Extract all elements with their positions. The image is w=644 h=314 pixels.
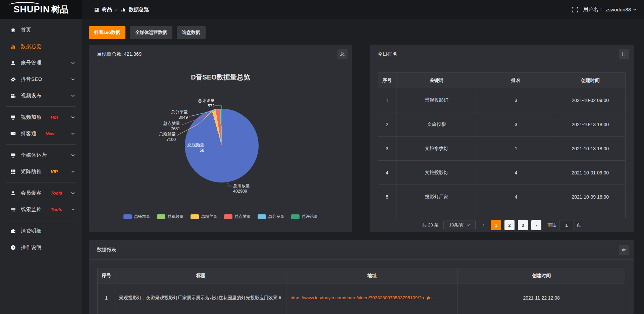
legend-item-videos[interactable]: 总视频量 [157,214,184,219]
sidebar-item-label: 账号管理 [21,60,42,66]
page-button-1[interactable]: 1 [491,220,501,230]
pagination: 共 23 条 10条/页 ‹ 1 2 3 › 前往 页 [370,220,634,230]
legend-swatch [291,214,300,219]
bar-chart-icon [10,44,16,49]
table-cell: 文旅投影灯 [396,161,477,185]
day-toggle-button[interactable]: 日 [619,49,629,59]
prev-page-button[interactable]: ‹ [479,220,488,230]
ranking-row-empty [378,209,626,218]
sidebar: 首页 数据总览 账号管理 抖音SEO 视频发布 视频加热 Hot [0,19,82,314]
table-cell: 2021-10-09 18:00 [555,185,626,209]
column-header-created: 创建时间 [555,73,626,88]
chevron-down-icon [71,116,75,118]
sidebar-item-lead-monitor[interactable]: 线索监控 Tools [0,201,82,218]
goto-page-input[interactable] [559,220,574,230]
sidebar-item-matrix-boost[interactable]: 矩阵助推 VIP [0,163,82,180]
video-camera-icon [10,93,16,99]
fullscreen-icon[interactable] [571,6,579,13]
column-header-url: 地址 [286,268,458,283]
sidebar-item-douketong[interactable]: 抖客通 New [0,125,82,142]
chevron-down-icon [71,95,75,97]
chevron-down-icon [71,133,75,135]
sidebar-item-video-heat[interactable]: 视频加热 Hot [0,109,82,125]
breadcrumb-root[interactable]: 树品 [102,6,112,13]
legend-item-shares[interactable]: 总分享量 [258,214,284,219]
tab-inquiry-data[interactable]: 询盘数据 [177,26,206,39]
pie-leader-lines [89,64,352,232]
table-cell: 4 [477,185,555,209]
chevron-down-icon [71,208,75,211]
chevron-down-icon [633,8,637,11]
topbar: SHUPIN 树品 树品 > 数据总览 用户名：zswodun88 [0,0,644,19]
next-page-button[interactable]: › [531,220,541,230]
breadcrumb: 树品 > 数据总览 [94,6,149,13]
new-badge: New [46,131,55,136]
sidebar-item-label: 数据总览 [21,43,42,50]
user-icon [10,60,16,66]
table-cell: 2 [378,112,396,137]
table-cell: 景观投影灯 [396,88,477,112]
legend-item-comments[interactable]: 总评论量 [291,214,318,219]
total-toggle-button[interactable]: 总 [337,49,347,59]
table-cell: 2021-10-01 09:00 [555,161,626,185]
sidebar-item-video-publish[interactable]: 视频发布 [0,88,82,104]
gear-icon [10,77,16,82]
report-panel-title: 数据报表 [97,247,116,253]
table-cell: 5 [378,185,396,209]
sidebar-divider [6,220,76,220]
page-button-2[interactable]: 2 [504,220,515,230]
home-icon [10,28,16,33]
ranking-panel-title: 今日排名 [378,51,397,57]
sidebar-item-account[interactable]: 账号管理 [0,55,82,71]
page-size-select[interactable]: 10条/页 [443,220,476,230]
legend-item-fans[interactable]: 总粉丝量 [191,214,217,219]
impressions-total-text: 展现量总数: 421,369 [97,51,142,57]
chat-bubble-icon [10,131,16,137]
sidebar-item-member-explosion[interactable]: 会员爆客 Tools [0,185,82,201]
tab-media-operation-data[interactable]: 全媒体运营数据 [130,26,172,39]
ranking-row: 3文旅水纹灯12021-10-13 18:00 [378,137,626,161]
chevron-down-icon [71,62,75,64]
page-button-3[interactable]: 3 [518,220,528,230]
chevron-down-icon [71,170,75,173]
sidebar-item-home[interactable]: 首页 [0,22,82,38]
column-header-keyword: 关键词 [396,73,477,88]
sidebar-divider [6,182,76,182]
legend-item-likes[interactable]: 总点赞量 [224,214,251,219]
table-toggle-button[interactable]: 表 [619,245,629,255]
user-dropdown[interactable]: 用户名：zswodun88 [583,6,637,13]
table-cell: 3 [477,88,555,112]
report-panel-header: 数据报表 表 [89,240,634,260]
sidebar-item-label: 抖客通 [21,130,37,137]
pie-chart-area: D音SEO数据量总览 总评论量572 总分享量3049 总点赞量7681 总粉丝… [89,64,352,232]
pie-label-fans: 总粉丝量7100 [149,132,176,142]
chevron-down-icon [71,154,75,156]
app-root: SHUPIN 树品 树品 > 数据总览 用户名：zswodun88 首页 [0,0,644,314]
sidebar-item-douyin-seo[interactable]: 抖音SEO [0,71,82,88]
sidebar-item-media-operation[interactable]: 全媒体运营 [0,147,82,163]
wallet-icon [10,228,16,234]
breadcrumb-separator: > [115,7,118,12]
sidebar-item-label: 消费明细 [21,228,42,234]
main-content: 抖音seo数据 全媒体运营数据 询盘数据 展现量总数: 421,369 总 D音… [82,19,644,314]
table-cell: 文旅投影 [396,112,477,137]
tab-douyin-seo-data[interactable]: 抖音seo数据 [89,26,125,39]
sidebar-item-label: 首页 [21,27,31,33]
user-area: 用户名：zswodun88 [571,6,644,13]
pie-label-shares: 总分享量3049 [161,109,188,120]
video-link[interactable]: https://www.iesdouyin.com/share/video/70… [290,295,435,300]
username-label: 用户名： [583,6,603,13]
ranking-row: 2文旅投影32021-10-13 18:00 [378,112,626,137]
chevron-down-icon [467,224,470,226]
sidebar-item-consumption-detail[interactable]: 消费明细 [0,223,82,239]
column-header-title: 标题 [115,268,286,283]
impressions-panel-header: 展现量总数: 421,369 总 [89,45,352,64]
screen-icon [10,115,16,120]
legend-item-plays[interactable]: 总播放量 [123,214,150,219]
table-cell: 1 [477,137,555,161]
table-cell: 2021-10-13 18:00 [555,112,626,137]
logo-arc-decoration [9,2,40,7]
sidebar-item-help[interactable]: ? 操作说明 [0,239,82,256]
sidebar-item-data-overview[interactable]: 数据总览 [0,38,82,55]
table-header-row: 序号 标题 地址 创建时间 [98,268,625,283]
